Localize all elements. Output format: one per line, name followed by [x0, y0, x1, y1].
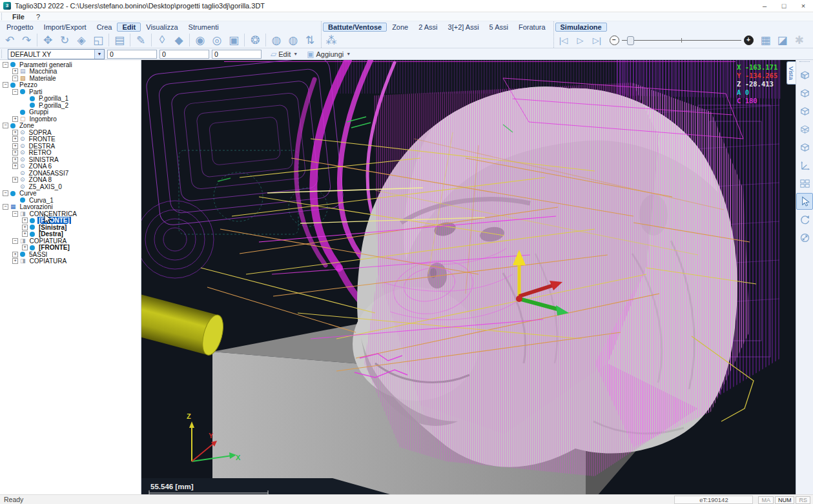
sim-zoom-in-button[interactable]: + — [744, 35, 754, 45]
tree-item[interactable]: +[Sinistra] — [0, 224, 141, 231]
select-cursor-icon[interactable] — [796, 193, 813, 210]
view-cube-top-icon[interactable] — [796, 103, 813, 119]
tree-expander[interactable]: − — [12, 89, 18, 95]
undo-icon[interactable]: ↶ — [1, 33, 18, 48]
zone-locked-icon[interactable]: ◉ — [192, 33, 209, 48]
tab-import-export[interactable]: Import/Export — [39, 23, 92, 32]
pan-icon[interactable]: ✥ — [39, 33, 56, 48]
tree-expander[interactable]: + — [12, 150, 18, 156]
tab-battute-ventose[interactable]: Battute/Ventose — [323, 23, 387, 32]
view-cube-shaded-icon[interactable] — [796, 66, 813, 83]
chevron-down-icon[interactable]: ▼ — [94, 50, 104, 59]
tab-zone[interactable]: Zone — [387, 23, 413, 32]
tree-expander[interactable]: + — [12, 143, 18, 149]
tree-item[interactable]: ⊙Z5_AXIS_0 — [0, 183, 141, 190]
tree-item[interactable]: +▢Ingombro — [0, 116, 141, 123]
tree-expander[interactable]: + — [22, 245, 28, 250]
tree-expander[interactable]: + — [12, 157, 18, 163]
tree-expander[interactable]: − — [3, 123, 8, 128]
sim-skip-end-button[interactable]: ▷| — [589, 33, 606, 48]
tree-item[interactable]: P.gorilla_2 — [0, 102, 141, 109]
order-icon[interactable]: ⇅ — [302, 33, 318, 48]
tree-expander[interactable]: + — [12, 136, 18, 142]
aggiungi-button[interactable]: ▣ Aggiungi ▼ — [307, 50, 351, 59]
zone-unlocked-icon[interactable]: ◎ — [209, 33, 225, 48]
tree-item[interactable]: +⊙RETRO — [0, 150, 141, 157]
tree-expander[interactable]: + — [22, 231, 28, 237]
plane-icon[interactable]: ◊ — [154, 33, 170, 48]
sim-tool-display-icon[interactable]: ✱ — [791, 33, 808, 48]
duplicate-zone-icon[interactable]: ▣ — [225, 33, 242, 48]
tree-item[interactable]: −◨CONCENTRICA — [0, 210, 141, 217]
tree-item[interactable]: Gruppi — [0, 109, 141, 116]
tree-item[interactable]: −▨Materiale — [0, 75, 141, 82]
palette-icon[interactable]: ❂ — [247, 33, 263, 48]
sim-stock-view-icon[interactable]: ▦ — [757, 33, 774, 48]
view-axes-icon[interactable] — [796, 157, 813, 174]
tab-simulazione[interactable]: Simulazione — [555, 23, 607, 32]
wcs-z-field[interactable] — [212, 50, 262, 59]
tree-item[interactable]: +⊙DESTRA — [0, 143, 141, 150]
plane-solid-icon[interactable]: ◆ — [170, 33, 187, 48]
tab-progetto[interactable]: Progetto — [1, 23, 39, 32]
tree-item[interactable]: +◨COPIATURA — [0, 258, 141, 265]
menu-file[interactable]: File — [6, 13, 30, 21]
tree-expander[interactable]: + — [22, 217, 28, 223]
tree-item[interactable]: +⊙FRONTE — [0, 136, 141, 143]
tree-item[interactable]: −Parti — [0, 88, 141, 96]
orient-icon[interactable]: ◈ — [73, 33, 90, 48]
tree-expander[interactable]: + — [12, 163, 18, 169]
tree-expander[interactable]: + — [12, 130, 18, 136]
view-cube-bottom-icon[interactable] — [796, 139, 813, 156]
tree-expander[interactable]: + — [12, 252, 18, 257]
tab-2-assi[interactable]: 2 Assi — [413, 23, 442, 32]
tree-expander[interactable]: − — [12, 238, 18, 244]
tree-item[interactable]: +⊙SOPRA — [0, 129, 141, 136]
close-button[interactable]: × — [794, 0, 813, 12]
tree-item[interactable]: −▦Lavorazioni — [0, 204, 141, 211]
tree-expander[interactable]: − — [12, 211, 18, 217]
tab-foratura[interactable]: Foratura — [513, 23, 551, 32]
tree-item[interactable]: +5ASSI — [0, 251, 141, 258]
wcs-selector[interactable]: DEFAULT XY ▼ — [8, 49, 105, 59]
tab-5-assi[interactable]: 5 Assi — [484, 23, 513, 32]
fit-view-icon[interactable]: ◱ — [90, 33, 107, 48]
tree-expander[interactable]: − — [3, 82, 8, 88]
measure-icon[interactable]: ✎ — [132, 33, 149, 48]
tab-edit[interactable]: Edit — [117, 23, 141, 32]
view-cube-iso-icon[interactable] — [796, 85, 813, 101]
tree-item[interactable]: −Curve — [0, 190, 141, 197]
edit-button[interactable]: ▱ Edit ▼ — [271, 50, 298, 59]
tree-item[interactable]: −Pezzo — [0, 82, 141, 89]
tree-item[interactable]: +[FRONTE] — [0, 217, 141, 225]
tab-crea[interactable]: Crea — [92, 23, 118, 32]
toolpath-sphere-alt-icon[interactable]: ◍ — [285, 33, 302, 48]
zoom-extents-icon[interactable] — [796, 229, 813, 246]
sim-zoom-out-button[interactable]: − — [610, 35, 619, 45]
tree-expander[interactable]: + — [12, 68, 18, 74]
tree-item[interactable]: ⊙ZONA5ASSI7 — [0, 170, 141, 177]
slider-thumb[interactable] — [627, 36, 634, 45]
tree-item[interactable]: +⊙SINISTRA — [0, 156, 141, 163]
rotate-view-icon[interactable] — [796, 211, 813, 228]
tab-vista[interactable]: Vista — [787, 61, 796, 85]
rotate-view-icon[interactable]: ↻ — [56, 33, 73, 48]
sim-progress-slider[interactable]: −+ — [610, 35, 754, 45]
tree-item[interactable]: +▤Macchina — [0, 68, 141, 76]
tab-visualizza[interactable]: Visualizza — [141, 23, 183, 32]
view-cube-wire-icon[interactable] — [796, 121, 813, 137]
tree-item[interactable]: −Parametri generali — [0, 61, 141, 68]
redo-icon[interactable]: ↷ — [18, 33, 35, 48]
tree-item[interactable]: Curva_1 — [0, 197, 141, 204]
sim-play-button[interactable]: ▷ — [572, 33, 589, 48]
battute-pattern-icon[interactable]: ⁂ — [323, 33, 340, 48]
wcs-y-field[interactable] — [160, 50, 209, 59]
toolpath-sphere-icon[interactable]: ◍ — [268, 33, 285, 48]
sim-skip-start-button[interactable]: |◁ — [555, 33, 572, 48]
maximize-button[interactable]: □ — [774, 0, 794, 12]
tree-item[interactable]: +⊙ZONA 6 — [0, 163, 141, 170]
minimize-button[interactable]: – — [755, 0, 774, 12]
menu-help[interactable]: ? — [30, 13, 46, 21]
view-quad-icon[interactable] — [796, 175, 813, 192]
tree-item[interactable]: P.gorilla_1 — [0, 96, 141, 103]
